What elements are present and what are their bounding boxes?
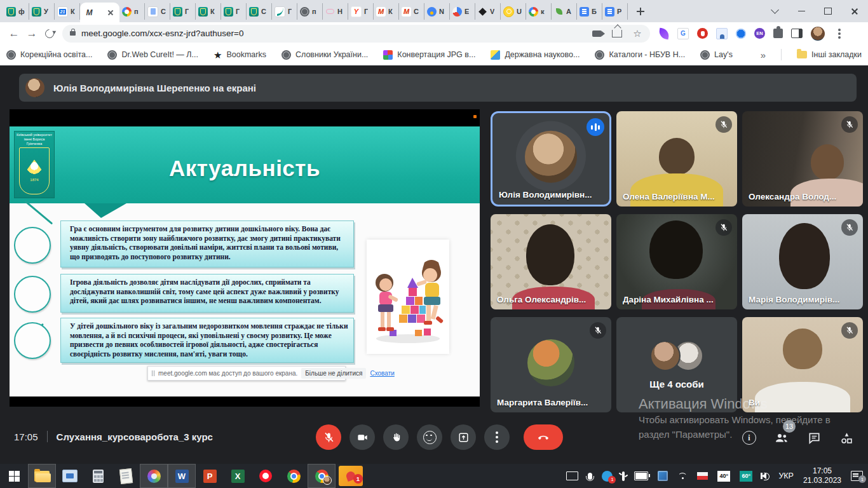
blue-dot-extension-icon[interactable] (736, 29, 746, 39)
participant-tile-maria[interactable]: Марія Володимирів... (742, 214, 863, 309)
stop-sharing-button[interactable]: Більше не ділитися (301, 368, 366, 379)
bookmark-item[interactable]: Корекційна освіта... (6, 50, 92, 60)
reactions-button[interactable] (417, 424, 442, 450)
taskbar-notepad[interactable] (112, 464, 140, 488)
profile-doc-extension-icon[interactable] (716, 28, 728, 39)
wifi-tray-icon[interactable] (677, 473, 688, 480)
share-icon[interactable] (612, 30, 622, 37)
taskbar-file-explorer[interactable] (28, 464, 56, 488)
forward-button[interactable]: → (23, 25, 41, 43)
more-options-button[interactable] (484, 424, 510, 450)
drag-handle-icon[interactable] (152, 370, 154, 376)
browser-tab[interactable]: Н (323, 3, 348, 20)
participant-tile-darina[interactable]: Даріна Михайлівна ... (616, 214, 737, 309)
side-panel-icon[interactable] (791, 29, 803, 38)
browser-tab[interactable]: У (29, 3, 55, 20)
camera-toggle-button[interactable] (349, 424, 375, 450)
meeting-details-button[interactable] (741, 430, 757, 446)
lock-icon[interactable] (70, 31, 76, 36)
mic-toggle-button[interactable] (316, 424, 341, 450)
minimize-button[interactable] (788, 0, 815, 22)
browser-tab[interactable]: Г (348, 3, 374, 20)
browser-tab[interactable]: Е (450, 3, 475, 20)
shared-screen-stage[interactable]: Актуальність Київський університет імені… (10, 109, 480, 407)
other-bookmarks-folder[interactable]: Інші закладки (797, 50, 862, 59)
browser-tab[interactable]: Г (272, 3, 297, 20)
profile-avatar[interactable] (811, 27, 825, 41)
bookmark-item[interactable]: Конвертация JPG в... (383, 50, 475, 60)
participant-tile-olha[interactable]: Ольга Олександрів... (491, 214, 611, 309)
browser-tab[interactable]: к (526, 3, 552, 20)
back-button[interactable]: ← (5, 25, 23, 43)
taskbar-excel[interactable]: X (224, 464, 252, 488)
chat-button[interactable] (806, 430, 822, 446)
reload-button[interactable] (41, 25, 58, 43)
tab-search-button[interactable] (761, 0, 788, 22)
taskbar-opera[interactable] (252, 464, 280, 488)
new-tab-button[interactable] (632, 3, 649, 20)
display-tray-icon[interactable] (566, 471, 578, 480)
feather-extension-icon[interactable] (658, 27, 670, 39)
bookmark-item[interactable]: Bookmarks (214, 50, 266, 60)
microphone-tray-icon[interactable] (588, 473, 592, 480)
raise-hand-button[interactable] (383, 424, 409, 450)
taskbar-clock[interactable]: 17:0521.03.2023 (803, 466, 841, 485)
browser-tab[interactable]: К (196, 3, 221, 20)
browser-tab[interactable]: п (119, 3, 145, 20)
participant-tile-yulia[interactable]: Юлія Володимирівн... (491, 111, 611, 207)
browser-tab[interactable]: N (424, 3, 450, 20)
browser-tab[interactable]: Г (170, 3, 196, 20)
participant-tile-olena[interactable]: Олена Валеріївна М... (616, 111, 737, 207)
browser-tab[interactable]: Р (602, 3, 628, 20)
taskbar-word[interactable]: W (168, 464, 196, 488)
browser-tab[interactable]: Г (221, 3, 247, 20)
taskbar-chrome-profile[interactable] (308, 464, 336, 488)
maximize-button[interactable] (815, 0, 841, 22)
adblock-extension-icon[interactable] (697, 28, 708, 39)
weather-widget-low[interactable]: 60° (740, 471, 752, 482)
weather-widget-high[interactable]: 40° (717, 471, 730, 482)
browser-tab-active-meet[interactable] (80, 3, 119, 22)
participant-tile-margaryta[interactable]: Маргарита Валеріїв... (491, 317, 611, 412)
volume-tray-icon[interactable] (762, 473, 769, 479)
taskbar-mail-app[interactable]: 1 (336, 464, 366, 488)
browser-tab[interactable]: U (501, 3, 526, 20)
bookmark-item[interactable]: Каталоги - НБУВ Н... (595, 50, 685, 60)
show-people-button[interactable]: 13 (773, 430, 790, 446)
browser-tab[interactable]: С (247, 3, 272, 20)
close-tab-icon[interactable] (106, 8, 115, 17)
browser-tab[interactable]: С (399, 3, 424, 20)
browser-tab[interactable]: А (552, 3, 577, 20)
bookmark-item[interactable]: Lay's (700, 50, 733, 60)
close-window-button[interactable] (841, 0, 868, 22)
keyboard-language-indicator[interactable]: УКР (778, 471, 794, 480)
browser-tab[interactable]: Б (577, 3, 602, 20)
battery-tray-icon[interactable] (634, 471, 648, 480)
bookmark-item[interactable]: Словники України... (281, 50, 368, 60)
browser-tab[interactable]: К (374, 3, 399, 20)
browser-tab[interactable]: п (297, 3, 323, 20)
bookmark-star-icon[interactable] (632, 29, 642, 39)
end-call-button[interactable] (524, 424, 563, 450)
bookmark-item[interactable]: Dr.Web CureIt! — Л... (107, 50, 198, 60)
browser-tab[interactable]: ф (4, 3, 29, 20)
bookmark-item[interactable]: Державна науково... (491, 50, 580, 60)
action-center-icon[interactable]: 1 (851, 471, 863, 481)
participant-tile-oleksandra[interactable]: Олександра Волод... (742, 111, 863, 207)
taskbar-presentation-app[interactable] (56, 464, 84, 488)
en-extension-icon[interactable]: EN (754, 28, 765, 39)
url-omnibox[interactable]: meet.google.com/xcx-esnz-jrd?authuser=0 (62, 25, 650, 43)
url-text[interactable]: meet.google.com/xcx-esnz-jrd?authuser=0 (81, 29, 244, 38)
taskbar-calculator[interactable] (84, 464, 112, 488)
taskbar-powerpoint[interactable]: P (196, 464, 224, 488)
hide-notice-link[interactable]: Сховати (370, 370, 394, 377)
flag-tray-icon[interactable] (697, 472, 708, 480)
activities-button[interactable] (838, 430, 855, 446)
translate-extension-icon[interactable]: G (677, 28, 689, 39)
start-button[interactable] (0, 464, 28, 488)
messenger-tray-icon[interactable]: 1 (602, 471, 613, 482)
browser-tab[interactable]: V (475, 3, 501, 20)
browser-tab[interactable]: К (55, 3, 80, 20)
app-tray-icon[interactable] (658, 471, 668, 481)
bookmarks-overflow-button[interactable]: » (761, 50, 766, 60)
